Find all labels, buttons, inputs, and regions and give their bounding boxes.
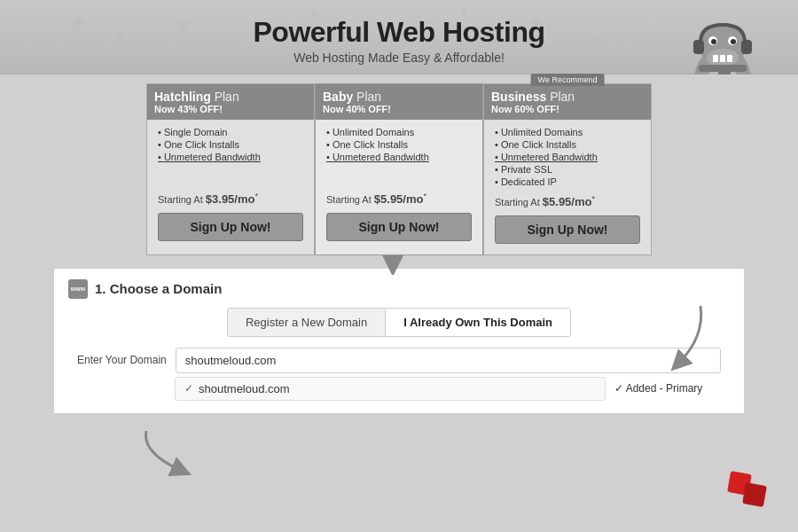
business-price: Starting At $5.95/mo* bbox=[495, 194, 640, 208]
svg-point-5 bbox=[711, 39, 716, 44]
feature-single-domain: Single Domain bbox=[158, 127, 303, 137]
business-plan-discount: Now 60% OFF! bbox=[491, 104, 644, 114]
snowflake-8: ❄ bbox=[89, 53, 96, 63]
feature-bandwidth-2: Unmetered Bandwidth bbox=[326, 152, 472, 162]
top-banner: ❄ ❄ ❄ ❄ ❄ ❄ ❄ ❄ ❄ ❄ Powerful Web Hosting… bbox=[0, 0, 798, 74]
snowflake-3: ❄ bbox=[177, 18, 188, 32]
domain-input-label: Enter Your Domain bbox=[77, 354, 167, 366]
hatchling-plan-card: Hatchling Plan Now 43% OFF! Single Domai… bbox=[146, 83, 315, 255]
business-features: Unlimited Domains One Click Installs Unm… bbox=[495, 127, 640, 187]
added-primary-label: ✓ Added - Primary bbox=[614, 382, 721, 395]
hatchling-plan-header: Hatchling Plan Now 43% OFF! bbox=[147, 84, 314, 120]
snowflake-6: ❄ bbox=[532, 16, 541, 28]
snowflake-2: ❄ bbox=[115, 31, 124, 43]
baby-plan-name: Baby Plan bbox=[323, 90, 475, 104]
feature-one-click-1: One Click Installs bbox=[158, 139, 303, 150]
svg-rect-10 bbox=[720, 55, 725, 62]
snowflake-4: ❄ bbox=[310, 9, 317, 19]
snowflake-9: ❄ bbox=[266, 49, 273, 58]
recommend-badge: We Recommend bbox=[531, 74, 605, 86]
snowflake-1: ❄ bbox=[71, 13, 84, 33]
baby-plan-discount: Now 40% OFF! bbox=[323, 104, 475, 114]
snowflake-10: ❄ bbox=[461, 7, 468, 16]
domain-icon: www bbox=[68, 279, 88, 299]
business-plan-card: We Recommend Business Plan Now 60% OFF! … bbox=[483, 83, 652, 255]
svg-point-6 bbox=[731, 39, 736, 44]
main-container: ❄ ❄ ❄ ❄ ❄ ❄ ❄ ❄ ❄ ❄ Powerful Web Hosting… bbox=[0, 0, 798, 532]
baby-features: Unlimited Domains One Click Installs Unm… bbox=[326, 127, 472, 184]
domain-section: www 1. Choose a Domain Register a New Do… bbox=[53, 268, 745, 414]
feature-dedicated-ip: Dedicated IP bbox=[495, 176, 640, 187]
domain-section-title: www 1. Choose a Domain bbox=[68, 279, 730, 299]
banner-subtitle: Web Hosting Made Easy & Affordable! bbox=[18, 51, 780, 65]
hatchling-features: Single Domain One Click Installs Unmeter… bbox=[158, 127, 303, 184]
svg-rect-9 bbox=[713, 55, 718, 62]
baby-plan-card: Baby Plan Now 40% OFF! Unlimited Domains… bbox=[315, 83, 483, 255]
suggestion-domain-text: shoutmeloud.com bbox=[199, 382, 290, 395]
hostgator-logo bbox=[724, 468, 773, 516]
baby-price: Starting At $5.95/mo* bbox=[326, 192, 472, 206]
feature-private-ssl: Private SSL bbox=[495, 164, 640, 175]
hatchling-price: Starting At $3.95/mo* bbox=[158, 192, 303, 206]
snowflake-5: ❄ bbox=[390, 44, 397, 54]
business-signup-button[interactable]: Sign Up Now! bbox=[495, 215, 640, 244]
own-domain-tab[interactable]: I Already Own This Domain bbox=[386, 309, 570, 336]
baby-plan-header: Baby Plan Now 40% OFF! bbox=[316, 84, 482, 120]
feature-one-click-2: One Click Installs bbox=[326, 139, 472, 150]
register-domain-tab[interactable]: Register a New Domain bbox=[228, 309, 386, 336]
svg-rect-11 bbox=[727, 55, 732, 62]
business-plan-header: Business Plan Now 60% OFF! bbox=[484, 84, 651, 120]
svg-rect-21 bbox=[742, 482, 767, 507]
business-plan-name: Business Plan bbox=[491, 90, 644, 104]
hatchling-plan-name: Hatchling Plan bbox=[154, 90, 307, 104]
feature-unlimited-domains-3: Unlimited Domains bbox=[495, 127, 640, 137]
domain-input-row: Enter Your Domain bbox=[68, 348, 730, 373]
banner-title: Powerful Web Hosting bbox=[18, 16, 780, 49]
domain-suggestion-row: ✓ shoutmeloud.com ✓ Added - Primary bbox=[68, 377, 730, 401]
hatchling-plan-discount: Now 43% OFF! bbox=[154, 104, 307, 114]
plans-section: Hatchling Plan Now 43% OFF! Single Domai… bbox=[0, 74, 798, 262]
snowflake-7: ❄ bbox=[594, 35, 601, 45]
feature-unlimited-domains-2: Unlimited Domains bbox=[326, 127, 472, 137]
hatchling-signup-button[interactable]: Sign Up Now! bbox=[158, 213, 303, 241]
domain-tabs: Register a New Domain I Already Own This… bbox=[227, 308, 571, 337]
feature-bandwidth-1: Unmetered Bandwidth bbox=[158, 152, 303, 162]
arrow-suggestion-annotation bbox=[137, 426, 208, 483]
feature-bandwidth-3: Unmetered Bandwidth bbox=[495, 152, 640, 162]
svg-rect-8 bbox=[741, 40, 752, 54]
baby-signup-button[interactable]: Sign Up Now! bbox=[326, 213, 472, 241]
feature-one-click-3: One Click Installs bbox=[495, 139, 640, 150]
suggestion-check-icon: ✓ bbox=[184, 382, 193, 395]
domain-input-field[interactable] bbox=[176, 348, 721, 373]
domain-suggestion-item: ✓ shoutmeloud.com bbox=[175, 377, 606, 401]
svg-rect-7 bbox=[693, 40, 704, 54]
